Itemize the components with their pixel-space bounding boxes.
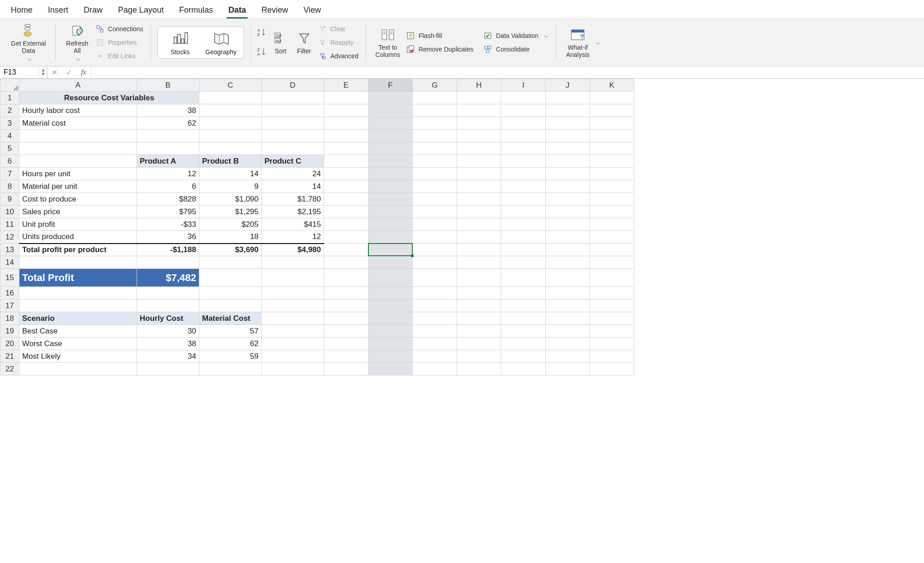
cell-C3[interactable] [199, 117, 262, 130]
cell-E16[interactable] [324, 287, 368, 300]
cell-K3[interactable] [590, 117, 634, 130]
cell-C11[interactable]: $205 [199, 218, 262, 231]
cell-C13[interactable]: $3,690 [199, 244, 262, 256]
cell-H10[interactable] [457, 206, 501, 218]
cell-H1[interactable] [457, 92, 501, 104]
fx-button[interactable]: fx [76, 66, 91, 78]
cell-H2[interactable] [457, 104, 501, 117]
cell-E18[interactable] [324, 312, 368, 325]
cell-K13[interactable] [590, 244, 634, 256]
cell-C22[interactable] [199, 363, 262, 375]
tab-review[interactable]: Review [259, 3, 290, 19]
cell-F17[interactable] [368, 300, 413, 312]
cell-D13[interactable]: $4,980 [262, 244, 324, 256]
cell-I6[interactable] [501, 155, 546, 168]
cell-D5[interactable] [262, 142, 324, 155]
properties-button[interactable]: Properties [94, 37, 145, 48]
cell-B13[interactable]: -$1,188 [137, 244, 199, 256]
cell-B21[interactable]: 34 [137, 350, 199, 363]
cell-G10[interactable] [413, 206, 457, 218]
cell-G3[interactable] [413, 117, 457, 130]
cell-F13[interactable] [368, 244, 413, 256]
column-header-B[interactable]: B [137, 79, 199, 92]
data-validation-button[interactable]: Data Validation [481, 30, 550, 41]
cell-C19[interactable]: 57 [199, 325, 262, 338]
row-header-2[interactable]: 2 [0, 104, 19, 117]
cell-J6[interactable] [546, 155, 590, 168]
cell-F4[interactable] [368, 130, 413, 142]
cell-C7[interactable]: 14 [199, 168, 262, 180]
cell-K6[interactable] [590, 155, 634, 168]
cell-H8[interactable] [457, 180, 501, 193]
cell-A6[interactable] [19, 155, 137, 168]
name-box[interactable]: ▲ ▼ [0, 66, 47, 78]
cell-A8[interactable]: Material per unit [19, 180, 137, 193]
tab-home[interactable]: Home [9, 3, 34, 19]
select-all-corner[interactable] [0, 79, 19, 92]
cell-A10[interactable]: Sales price [19, 206, 137, 218]
cell-A21[interactable]: Most Likely [19, 350, 137, 363]
cell-E4[interactable] [324, 130, 368, 142]
cell-G2[interactable] [413, 104, 457, 117]
cell-J10[interactable] [546, 206, 590, 218]
cell-C16[interactable] [199, 287, 262, 300]
cell-J7[interactable] [546, 168, 590, 180]
cell-D17[interactable] [262, 300, 324, 312]
cell-C21[interactable]: 59 [199, 350, 262, 363]
cell-H18[interactable] [457, 312, 501, 325]
cell-J15[interactable] [546, 269, 590, 287]
cell-C6[interactable]: Product B [199, 155, 262, 168]
text-to-columns-button[interactable]: Text to Columns [372, 22, 404, 63]
row-header-14[interactable]: 14 [0, 256, 19, 269]
cell-D11[interactable]: $415 [262, 218, 324, 231]
cell-K10[interactable] [590, 206, 634, 218]
cell-H16[interactable] [457, 287, 501, 300]
row-header-18[interactable]: 18 [0, 312, 19, 325]
cell-B3[interactable]: 62 [137, 117, 199, 130]
row-header-20[interactable]: 20 [0, 338, 19, 350]
column-header-A[interactable]: A [19, 79, 137, 92]
cell-A11[interactable]: Unit profit [19, 218, 137, 231]
cell-A18[interactable]: Scenario [19, 312, 137, 325]
cell-I4[interactable] [501, 130, 546, 142]
cell-G18[interactable] [413, 312, 457, 325]
cell-A17[interactable] [19, 300, 137, 312]
cell-F7[interactable] [368, 168, 413, 180]
name-box-input-real[interactable] [0, 66, 39, 78]
tab-draw[interactable]: Draw [82, 3, 104, 19]
cell-H4[interactable] [457, 130, 501, 142]
cell-A22[interactable] [19, 363, 137, 375]
cell-I18[interactable] [501, 312, 546, 325]
cell-G15[interactable] [413, 269, 457, 287]
cell-D1[interactable] [262, 92, 324, 104]
cell-J18[interactable] [546, 312, 590, 325]
sort-desc-icon[interactable]: ZA [256, 47, 266, 58]
cell-A15[interactable]: Total Profit [19, 269, 137, 287]
cell-I12[interactable] [501, 231, 546, 244]
cell-K21[interactable] [590, 350, 634, 363]
cell-G9[interactable] [413, 193, 457, 206]
cell-D6[interactable]: Product C [262, 155, 324, 168]
cell-J20[interactable] [546, 338, 590, 350]
cell-I10[interactable] [501, 206, 546, 218]
cell-E3[interactable] [324, 117, 368, 130]
cell-K12[interactable] [590, 231, 634, 244]
advanced-button[interactable]: Advanced [316, 51, 360, 61]
geography-button[interactable]: Geography [205, 30, 237, 56]
cell-D16[interactable] [262, 287, 324, 300]
cell-I22[interactable] [501, 363, 546, 375]
cell-D9[interactable]: $1,780 [262, 193, 324, 206]
column-header-H[interactable]: H [457, 79, 501, 92]
cell-J9[interactable] [546, 193, 590, 206]
cell-A19[interactable]: Best Case [19, 325, 137, 338]
cell-H15[interactable] [457, 269, 501, 287]
cell-F12[interactable] [368, 231, 413, 244]
cell-E14[interactable] [324, 256, 368, 269]
cell-G1[interactable] [413, 92, 457, 104]
cell-K19[interactable] [590, 325, 634, 338]
cell-K7[interactable] [590, 168, 634, 180]
row-header-9[interactable]: 9 [0, 193, 19, 206]
cell-G6[interactable] [413, 155, 457, 168]
cell-H6[interactable] [457, 155, 501, 168]
cell-F16[interactable] [368, 287, 413, 300]
